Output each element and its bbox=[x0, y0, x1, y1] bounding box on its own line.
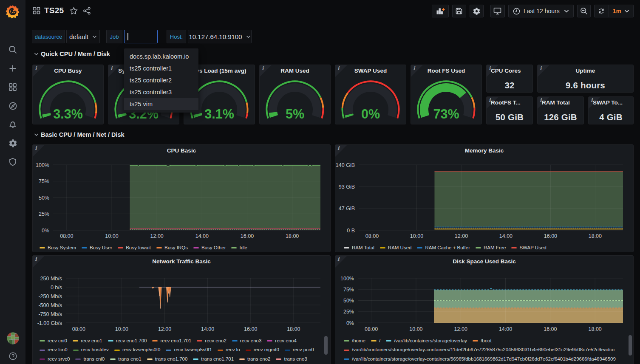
refresh-interval-picker[interactable]: 1m bbox=[609, 5, 633, 17]
panel-title[interactable]: SWAP To... bbox=[589, 99, 633, 106]
legend-series-color bbox=[40, 247, 45, 248]
legend-item[interactable]: recv eno4 bbox=[267, 336, 297, 346]
job-option[interactable]: ts25 controller3 bbox=[124, 86, 198, 98]
row-basic-cpu-mem-net-disk[interactable]: Basic CPU / Mem / Net / Disk bbox=[34, 131, 125, 138]
legend-item[interactable]: RAM Total bbox=[344, 243, 374, 251]
panel-title[interactable]: RAM Total bbox=[538, 99, 583, 106]
job-input[interactable] bbox=[124, 30, 158, 43]
panel-title[interactable]: Uptime bbox=[538, 68, 633, 74]
legend-item[interactable]: SWAP Used bbox=[511, 243, 546, 251]
sidebar-item-alerting[interactable] bbox=[3, 115, 22, 134]
sidebar-item-search[interactable] bbox=[3, 40, 22, 59]
dashboard-grid-icon[interactable] bbox=[32, 6, 41, 15]
row-quick-cpu-mem-disk[interactable]: Quick CPU / Mem / Disk bbox=[34, 51, 110, 57]
legend-item[interactable]: /home bbox=[344, 336, 365, 346]
legend-item[interactable]: / bbox=[371, 336, 380, 346]
legend-item[interactable]: /boot bbox=[473, 336, 492, 346]
panel-info-corner[interactable]: i bbox=[33, 256, 45, 268]
dashboards-icon bbox=[8, 83, 17, 91]
legend-item[interactable]: trans eno3 bbox=[276, 355, 307, 364]
zoom-out-button[interactable] bbox=[577, 5, 591, 17]
legend-item[interactable]: RAM Used bbox=[380, 243, 412, 251]
legend-series-color bbox=[239, 358, 245, 360]
panel-title[interactable]: Network Traffic Basic bbox=[33, 258, 330, 265]
panel-cpu-cores: i CPU Cores32 bbox=[486, 65, 533, 93]
help-button[interactable] bbox=[3, 347, 22, 364]
legend-item[interactable]: trans cni0 bbox=[75, 355, 105, 364]
legend-item[interactable]: recv pcn0 bbox=[285, 345, 314, 355]
panel-title[interactable]: CPU Basic bbox=[33, 147, 330, 154]
legend-scrollbar[interactable] bbox=[629, 335, 632, 356]
job-option[interactable]: ts25 vim bbox=[124, 98, 198, 110]
panel-info-corner[interactable]: i bbox=[411, 65, 423, 77]
variable-value-datasource[interactable]: default bbox=[66, 30, 100, 43]
refresh-button[interactable] bbox=[595, 5, 609, 17]
dashboard-title[interactable]: TS25 bbox=[44, 6, 64, 15]
sidebar-item-explore[interactable] bbox=[3, 96, 22, 115]
job-option[interactable]: ts25 controller2 bbox=[124, 74, 198, 86]
legend-item[interactable]: recv hostdev bbox=[73, 345, 109, 355]
panel-info-corner[interactable]: i bbox=[108, 65, 120, 77]
cycle-view-mode-button[interactable] bbox=[490, 5, 505, 17]
legend-item[interactable]: recv mgmt0 bbox=[246, 345, 279, 355]
panel-info-corner[interactable]: i bbox=[335, 256, 347, 268]
panel-info-corner[interactable]: i bbox=[33, 65, 45, 77]
save-dashboard-button[interactable] bbox=[452, 5, 466, 17]
legend-item[interactable]: trans eno2 bbox=[239, 355, 270, 364]
legend-item[interactable]: recv kvsenp5s0f1 bbox=[166, 345, 212, 355]
legend-scrollbar[interactable] bbox=[324, 336, 328, 355]
panel-title[interactable]: Memory Basic bbox=[335, 147, 633, 154]
job-option[interactable]: ts25 controller1 bbox=[124, 62, 198, 74]
legend-item[interactable]: recv eno3 bbox=[232, 336, 262, 346]
dashboard-settings-button[interactable] bbox=[470, 5, 484, 17]
legend-item[interactable]: recv cni0 bbox=[40, 336, 67, 346]
legend-item[interactable]: trans eno1.701 bbox=[193, 355, 234, 364]
sidebar-item-add[interactable] bbox=[3, 59, 22, 78]
share-dashboard-button[interactable] bbox=[83, 7, 91, 15]
variable-value-host[interactable]: 10.127.64.10:9100 bbox=[188, 30, 252, 43]
time-series-graph[interactable]: 140 GiB93 GiB47 GiB0 B08:0010:0012:0014:… bbox=[335, 145, 633, 252]
grafana-logo[interactable] bbox=[4, 3, 21, 20]
legend-item[interactable]: recv eno1.700 bbox=[108, 336, 147, 346]
legend-item[interactable]: /var/lib/containers/storage/overlay bbox=[386, 336, 467, 346]
legend-item[interactable]: trans eno1.700 bbox=[147, 355, 188, 364]
legend-item[interactable]: Busy Iowait bbox=[118, 243, 151, 251]
legend-item[interactable]: recv eno1 bbox=[73, 336, 102, 346]
legend-item[interactable]: RAM Cache + Buffer bbox=[417, 243, 470, 251]
legend-item[interactable]: recv fcn0 bbox=[40, 345, 68, 355]
legend-item[interactable]: trans eno1 bbox=[110, 355, 141, 364]
panel-info-corner[interactable]: i bbox=[335, 65, 347, 77]
legend-item[interactable]: Busy IRQs bbox=[156, 243, 188, 251]
panel-info-corner[interactable]: i bbox=[538, 65, 549, 77]
legend-item[interactable]: /var/lib/containers/storage/overlay-cont… bbox=[344, 345, 615, 355]
sidebar-item-dashboards[interactable] bbox=[3, 78, 22, 96]
legend-item[interactable]: RAM Free bbox=[476, 243, 506, 251]
sidebar-item-server-admin[interactable] bbox=[3, 152, 22, 171]
legend-item[interactable]: Idle bbox=[231, 243, 247, 251]
legend-item[interactable]: /var/lib/containers/storage/overlay-cont… bbox=[344, 355, 616, 364]
legend-series-color bbox=[118, 247, 123, 248]
legend-item[interactable]: recv eno1.701 bbox=[152, 336, 191, 346]
panel-title[interactable]: Disk Space Used Basic bbox=[335, 258, 633, 265]
legend-series-label: /var/lib/containers/storage/overlay-cont… bbox=[352, 355, 616, 364]
legend-item[interactable]: Busy Other bbox=[193, 243, 226, 251]
legend-series-label: recv eno2 bbox=[205, 336, 227, 346]
sidebar-item-configuration[interactable] bbox=[3, 134, 22, 152]
star-dashboard-button[interactable] bbox=[70, 7, 78, 15]
legend-item[interactable]: Busy User bbox=[82, 243, 112, 251]
job-option[interactable]: docs.sp.lab.kaloom.io bbox=[124, 51, 198, 62]
legend-item[interactable]: recv srvc0 bbox=[40, 355, 70, 364]
panel-info-corner[interactable]: i bbox=[260, 65, 272, 77]
time-range-picker[interactable]: Last 12 hours bbox=[508, 5, 574, 17]
time-series-graph[interactable]: 100%75%50%25%0%08:0010:0012:0014:0016:00… bbox=[33, 145, 330, 252]
legend-item[interactable]: recv kvsenp5s0f0 bbox=[114, 345, 161, 355]
panel-title[interactable]: CPU Cores bbox=[487, 68, 532, 74]
panel-title[interactable]: RootFS T... bbox=[487, 99, 532, 106]
panel-info-corner[interactable]: i bbox=[335, 145, 347, 157]
legend-item[interactable]: recv eno2 bbox=[197, 336, 227, 346]
add-panel-button[interactable] bbox=[432, 5, 449, 17]
panel-info-corner[interactable]: i bbox=[33, 145, 45, 157]
user-avatar[interactable] bbox=[3, 329, 22, 347]
legend-item[interactable]: recv lo bbox=[218, 345, 240, 355]
legend-item[interactable]: Busy System bbox=[40, 243, 76, 251]
